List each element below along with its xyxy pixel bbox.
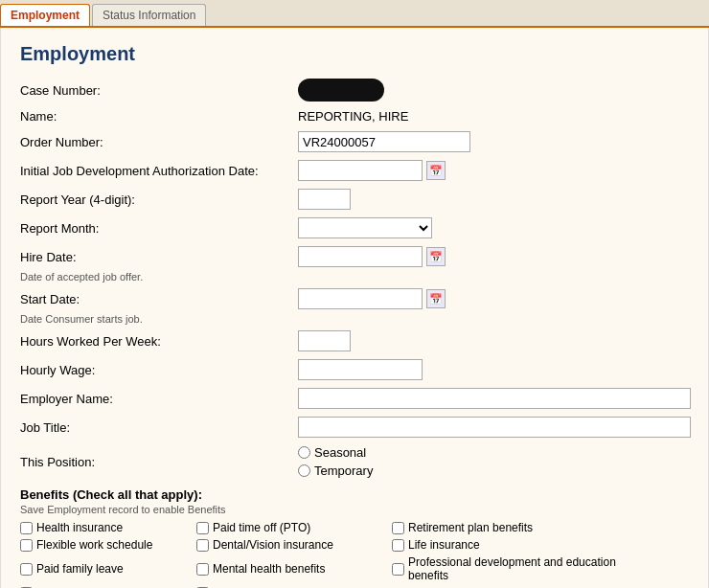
report-year-field — [298, 189, 351, 210]
benefit-dental-vision-checkbox[interactable] — [196, 539, 209, 552]
hours-per-week-input[interactable] — [298, 330, 351, 351]
employer-name-row: Employer Name: — [20, 388, 689, 409]
report-month-row: Report Month: January February March Apr… — [20, 217, 689, 238]
benefit-retirement-plan[interactable]: Retirement plan benefits — [392, 521, 641, 534]
job-title-field — [298, 417, 691, 438]
benefits-title: Benefits (Check all that apply): — [20, 487, 689, 502]
benefit-health-insurance-checkbox[interactable] — [20, 522, 33, 534]
start-date-row: Start Date: 📅 — [20, 288, 689, 309]
order-number-field — [298, 131, 470, 152]
case-number-label: Case Number: — [20, 83, 298, 98]
order-number-row: Order Number: — [20, 131, 689, 152]
hours-per-week-label: Hours Worked Per Week: — [20, 334, 298, 349]
case-number-row: Case Number: — [20, 79, 689, 102]
benefits-grid: Health insurance Paid time off (PTO) Ret… — [20, 521, 689, 588]
report-month-label: Report Month: — [20, 221, 298, 236]
hire-date-field: 📅 — [298, 246, 446, 267]
hire-date-label: Hire Date: — [20, 250, 298, 264]
hourly-wage-input[interactable] — [298, 359, 423, 380]
start-date-input[interactable] — [298, 288, 423, 309]
hourly-wage-row: Hourly Wage: — [20, 359, 689, 380]
employer-name-field — [298, 388, 691, 409]
initial-jda-date-label: Initial Job Development Authorization Da… — [20, 164, 298, 178]
report-month-select[interactable]: January February March April May June Ju… — [298, 217, 432, 238]
position-radio-group: Seasonal Temporary — [298, 445, 373, 478]
benefit-paid-family-leave[interactable]: Paid family leave — [20, 555, 193, 582]
initial-jda-date-input[interactable] — [298, 160, 423, 181]
benefit-mental-health-checkbox[interactable] — [196, 563, 209, 576]
hours-per-week-row: Hours Worked Per Week: — [20, 330, 689, 351]
report-year-row: Report Year (4-digit): — [20, 189, 689, 210]
start-date-block: Start Date: 📅 Date Consumer starts job. — [20, 288, 689, 325]
hours-per-week-field — [298, 330, 351, 351]
employer-name-label: Employer Name: — [20, 392, 298, 406]
benefit-life-insurance[interactable]: Life insurance — [392, 538, 641, 552]
name-value-field: REPORTING, HIRE — [298, 109, 408, 124]
hire-date-calendar-icon[interactable]: 📅 — [426, 247, 446, 266]
hourly-wage-label: Hourly Wage: — [20, 363, 298, 377]
benefit-professional-development-checkbox[interactable] — [392, 563, 404, 576]
hourly-wage-field — [298, 359, 423, 380]
hire-date-row: Hire Date: 📅 — [20, 246, 689, 267]
report-month-field: January February March April May June Ju… — [298, 217, 432, 238]
tab-bar: Employment Status Information — [0, 0, 709, 28]
tab-status-information[interactable]: Status Information — [92, 4, 206, 26]
initial-jda-date-field: 📅 — [298, 160, 446, 181]
order-number-label: Order Number: — [20, 135, 298, 149]
page-title: Employment — [20, 43, 689, 65]
start-date-sublabel: Date Consumer starts job. — [20, 313, 689, 325]
hire-date-input[interactable] — [298, 246, 423, 267]
order-number-input[interactable] — [298, 131, 470, 152]
position-seasonal-radio[interactable] — [298, 446, 310, 459]
job-title-row: Job Title: — [20, 417, 689, 438]
report-year-input[interactable] — [298, 189, 351, 210]
case-number-field — [298, 79, 384, 102]
benefits-section: Benefits (Check all that apply): Save Em… — [20, 487, 689, 588]
this-position-label: This Position: — [20, 455, 298, 469]
benefit-retirement-plan-checkbox[interactable] — [392, 522, 404, 534]
start-date-calendar-icon[interactable]: 📅 — [426, 289, 446, 308]
main-content: Employment Case Number: Name: REPORTING,… — [0, 28, 709, 588]
start-date-label: Start Date: — [20, 292, 298, 306]
hire-date-block: Hire Date: 📅 Date of accepted job offer. — [20, 246, 689, 283]
benefit-mental-health[interactable]: Mental health benefits — [196, 555, 388, 582]
benefit-professional-development[interactable]: Professional development and education b… — [392, 555, 641, 582]
report-year-label: Report Year (4-digit): — [20, 192, 298, 207]
position-temporary-radio[interactable] — [298, 464, 310, 477]
hire-date-sublabel: Date of accepted job offer. — [20, 271, 689, 283]
initial-jda-date-calendar-icon[interactable]: 📅 — [426, 161, 446, 180]
benefit-flexible-work-checkbox[interactable] — [20, 539, 33, 552]
benefit-flexible-work[interactable]: Flexible work schedule — [20, 538, 193, 552]
tab-employment[interactable]: Employment — [0, 4, 90, 26]
benefit-paid-family-leave-checkbox[interactable] — [20, 563, 33, 576]
position-seasonal-option[interactable]: Seasonal — [298, 445, 373, 460]
benefits-note: Save Employment record to enable Benefit… — [20, 504, 689, 515]
employer-name-input[interactable] — [298, 388, 691, 409]
name-row: Name: REPORTING, HIRE — [20, 109, 689, 124]
benefit-pto-checkbox[interactable] — [196, 522, 209, 534]
start-date-field: 📅 — [298, 288, 446, 309]
name-value: REPORTING, HIRE — [298, 109, 408, 124]
position-temporary-option[interactable]: Temporary — [298, 464, 373, 478]
benefit-life-insurance-checkbox[interactable] — [392, 539, 404, 552]
job-title-label: Job Title: — [20, 420, 298, 435]
case-number-redacted — [298, 79, 384, 102]
benefit-health-insurance[interactable]: Health insurance — [20, 521, 193, 534]
job-title-input[interactable] — [298, 417, 691, 438]
name-label: Name: — [20, 109, 298, 124]
benefit-dental-vision[interactable]: Dental/Vision insurance — [196, 538, 388, 552]
this-position-row: This Position: Seasonal Temporary — [20, 445, 689, 478]
initial-jda-date-row: Initial Job Development Authorization Da… — [20, 160, 689, 181]
benefit-pto[interactable]: Paid time off (PTO) — [196, 521, 388, 534]
